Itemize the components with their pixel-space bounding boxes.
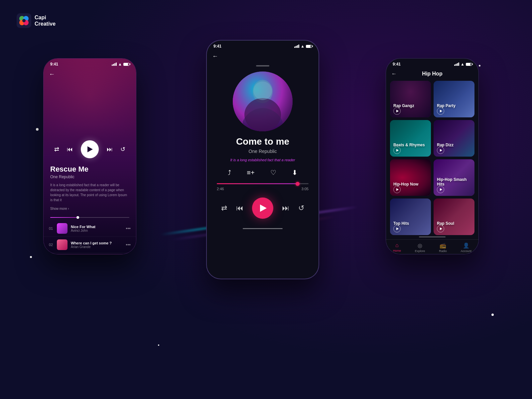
- signal-bars: [294, 45, 299, 48]
- dot-decoration: [36, 128, 39, 131]
- back-button-center[interactable]: ←: [207, 50, 319, 63]
- status-bar-center: 9:41 ▲: [207, 41, 319, 50]
- card-play-button[interactable]: [437, 107, 444, 115]
- nav-account[interactable]: 👤 Account: [461, 242, 472, 253]
- phone-left: 9:41 ▲ ← ⇄ ⏮ ⏭ ↺: [43, 58, 136, 254]
- dot-decoration: [491, 314, 494, 316]
- play-triangle-icon: [87, 146, 93, 152]
- song-thumbnail: [57, 239, 67, 250]
- progress-fill-center: [217, 183, 298, 184]
- time-display: 2:46 3:05: [217, 187, 309, 191]
- play-icon: [440, 227, 442, 230]
- list-item[interactable]: Rap Gangz: [390, 81, 431, 117]
- more-options-button[interactable]: •••: [126, 242, 131, 247]
- share-button[interactable]: ⤴: [228, 169, 231, 177]
- song-list-left: 01 Nice For What Avinci John ••• 02 Wher…: [44, 220, 136, 254]
- status-icons-left: ▲: [112, 62, 129, 66]
- card-play-button[interactable]: [393, 107, 401, 115]
- repeat-button-left[interactable]: ↺: [120, 146, 125, 153]
- list-item[interactable]: 03 Why do we use it ? Alan Walker •••: [44, 253, 136, 254]
- show-more-button[interactable]: Show more ›: [50, 207, 69, 210]
- nav-explore[interactable]: ◎ Explore: [415, 242, 425, 253]
- status-bar-left: 9:41 ▲: [44, 59, 136, 68]
- list-item[interactable]: Hip-Hop Smash Hits: [434, 159, 474, 196]
- svg-point-6: [244, 98, 281, 131]
- battery-icon: [306, 45, 312, 48]
- home-icon: ⌂: [395, 242, 399, 248]
- home-indicator-right: [419, 236, 446, 237]
- progress-area-center: 2:46 3:05: [207, 183, 319, 191]
- play-icon: [396, 149, 399, 152]
- card-play-button[interactable]: [393, 225, 401, 232]
- play-icon: [440, 149, 442, 152]
- add-to-playlist-button[interactable]: ≡+: [247, 169, 254, 177]
- prev-button-left[interactable]: ⏮: [67, 146, 73, 153]
- logo-icon: [17, 13, 31, 28]
- svg-point-4: [22, 19, 26, 22]
- play-icon: [396, 227, 399, 230]
- play-button-left[interactable]: [81, 140, 99, 158]
- progress-bar-center[interactable]: [217, 183, 309, 184]
- time-total: 3:05: [302, 187, 309, 191]
- signal-bars: [112, 63, 117, 66]
- next-button-left[interactable]: ⏭: [107, 146, 113, 153]
- avatar-svg: [233, 71, 293, 131]
- nav-home[interactable]: ⌂ Home: [393, 242, 401, 253]
- dot-decoration: [30, 256, 32, 258]
- download-button[interactable]: ⬇: [292, 169, 298, 177]
- song-details: Where can I get some ? Arian Grande: [71, 241, 122, 249]
- back-button-right[interactable]: ←: [391, 71, 397, 77]
- radio-icon: 📻: [440, 242, 446, 249]
- play-icon: [396, 188, 399, 191]
- battery-icon: [466, 63, 472, 66]
- song-title-center: Come to me: [213, 136, 312, 147]
- drag-indicator: [256, 65, 269, 66]
- brand-logo: Capi Creative: [17, 13, 56, 28]
- play-button-center[interactable]: [252, 198, 273, 219]
- play-triangle-icon: [260, 204, 267, 212]
- list-item[interactable]: Beats & Rhymes: [390, 120, 431, 157]
- list-item[interactable]: 02 Where can I get some ? Arian Grande •…: [44, 237, 136, 253]
- song-info-left: Rescue Me One Republic It is a long esta…: [44, 162, 136, 214]
- like-button[interactable]: ♡: [270, 169, 276, 177]
- list-item[interactable]: Hip-Hop Now: [390, 159, 431, 196]
- battery-icon: [123, 63, 129, 66]
- prev-button-center[interactable]: ⏮: [236, 204, 243, 212]
- card-play-button[interactable]: [437, 186, 444, 193]
- dot-decoration: [158, 344, 159, 346]
- action-icons: ⤴ ≡+ ♡ ⬇: [207, 169, 319, 177]
- progress-bar-left[interactable]: [50, 217, 129, 218]
- progress-thumb-left: [76, 216, 79, 219]
- shuffle-button-center[interactable]: ⇄: [221, 204, 227, 212]
- home-indicator-center: [243, 228, 283, 229]
- nav-radio[interactable]: 📻 Radio: [439, 242, 447, 253]
- status-bar-right: 9:41 ▲: [386, 59, 478, 68]
- song-artist-left: One Republic: [50, 175, 129, 179]
- time-current: 2:46: [217, 187, 224, 191]
- list-item[interactable]: Rap Soul: [434, 199, 474, 235]
- signal-bars: [454, 63, 459, 66]
- card-play-button[interactable]: [393, 147, 401, 154]
- card-label: Hip-Hop Smash Hits: [437, 177, 474, 187]
- repeat-button-center[interactable]: ↺: [298, 204, 304, 212]
- song-description: It is a long established fact that a rea…: [50, 183, 129, 202]
- list-item[interactable]: 01 Nice For What Avinci John •••: [44, 220, 136, 237]
- phone-right: 9:41 ▲ ← Hip Hop Rap Gangz: [386, 58, 479, 254]
- shuffle-button-left[interactable]: ⇄: [54, 146, 59, 153]
- card-play-button[interactable]: [437, 225, 444, 232]
- list-item[interactable]: Top Hits: [390, 199, 431, 235]
- song-details: Nice For What Avinci John: [71, 225, 122, 232]
- list-item[interactable]: Rap Party: [434, 81, 474, 117]
- card-play-button[interactable]: [393, 186, 401, 193]
- status-icons-center: ▲: [294, 44, 312, 49]
- more-options-button[interactable]: •••: [126, 226, 131, 231]
- playback-controls-left: ⇄ ⏮ ⏭ ↺: [44, 80, 136, 162]
- bottom-navigation: ⌂ Home ◎ Explore 📻 Radio 👤 Account: [386, 239, 478, 254]
- artist-avatar: [233, 71, 293, 131]
- card-play-button[interactable]: [437, 147, 444, 154]
- play-icon: [440, 110, 442, 112]
- list-item[interactable]: Rap Dizz: [434, 120, 474, 157]
- back-button-left[interactable]: ←: [44, 68, 136, 80]
- next-button-center[interactable]: ⏭: [282, 204, 289, 212]
- nav-label: Radio: [439, 249, 447, 253]
